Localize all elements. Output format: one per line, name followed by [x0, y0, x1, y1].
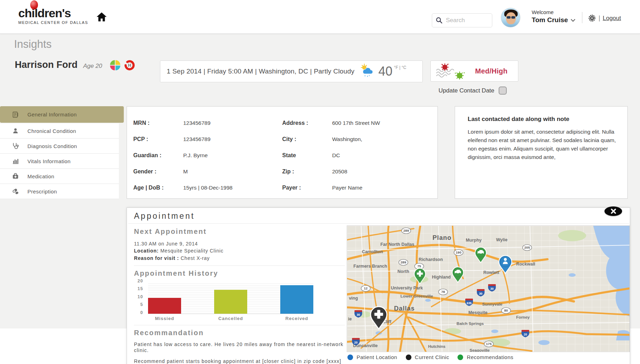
svg-text:12: 12 — [364, 286, 368, 290]
h-ring-icon[interactable]: H — [124, 60, 135, 71]
sidebar-item-general-information[interactable]: General Information — [0, 106, 124, 123]
map-city-label: Rockwall — [516, 262, 535, 267]
map-city-label: Dallas — [394, 305, 415, 312]
x-tick-label: Cancelled — [214, 316, 247, 321]
sidebar-item-vitals-information[interactable]: Vitals Information — [0, 154, 119, 169]
chart-y-axis: 05101520 — [134, 281, 143, 313]
weather-icon — [359, 63, 374, 79]
appointment-history-chart: 05101520 MissiedCancelledReceived — [134, 282, 338, 321]
y-tick-label: 15 — [137, 286, 143, 291]
field-value: 600 17th Street NW — [332, 120, 380, 126]
settings-gear-icon[interactable] — [588, 14, 596, 24]
note-title: Last contacted date along with note — [468, 116, 617, 123]
sidebar-item-medication[interactable]: Medication — [0, 169, 119, 184]
sidebar-item-prescription[interactable]: Prescription — [0, 184, 119, 199]
sidebar-item-label: Chronical Condition — [27, 128, 76, 134]
y-tick-label: 5 — [140, 302, 143, 307]
welcome-text: Welcome — [532, 9, 575, 15]
field-value: 123456789 — [183, 136, 211, 142]
sidebar-item-chronical-condition[interactable]: Chronical Condition — [0, 123, 119, 139]
bar-received — [280, 285, 313, 314]
info-column-right: Address :600 17th Street NW City :Washin… — [282, 115, 431, 198]
recommendation-heading: Recommandation — [134, 329, 345, 337]
svg-text:20: 20 — [524, 333, 527, 336]
y-tick-label: 0 — [140, 310, 143, 315]
route-shield-icon: 78 — [439, 289, 448, 295]
bottom-left-area — [0, 328, 126, 364]
map-city-label: Mesquite — [468, 310, 487, 315]
legend-current-clinic: Current Clinic — [406, 354, 449, 360]
field-value: M — [183, 168, 188, 175]
field-value: P.J. Byrne — [183, 152, 208, 159]
next-appointment-heading: Next Appointment — [134, 228, 345, 236]
svg-text:H: H — [128, 63, 131, 68]
clinic-map[interactable]: PlanoMurphyWylieFar North DallasCarrollt… — [347, 225, 630, 352]
svg-text:289: 289 — [401, 260, 406, 264]
black-dot-icon — [406, 355, 411, 360]
logo-title: children's — [18, 6, 88, 20]
appointment-title: Appointment — [134, 211, 195, 221]
page-title: Insights — [14, 38, 52, 51]
update-contact-checkbox[interactable] — [499, 87, 507, 95]
appointment-card: Appointment Next Appointment 11.30 AM on… — [127, 207, 630, 364]
update-contact-label: Update Contact Date — [439, 87, 494, 94]
route-shield-icon: 205 — [523, 245, 532, 251]
map-legend: Patient Location Current Clinic Recommen… — [347, 354, 522, 360]
field-value: 20508 — [332, 168, 347, 175]
app-logo[interactable]: children's MEDICAL CENTER OF DALLAS — [18, 6, 88, 25]
avatar[interactable] — [501, 8, 520, 27]
route-shield-icon: 289 — [402, 228, 411, 234]
search-box — [432, 13, 492, 27]
stethoscope-icon — [12, 142, 19, 149]
home-icon[interactable] — [96, 11, 108, 23]
legend-recommendations: Recommendations — [457, 354, 513, 360]
welcome-block: Welcome Tom Cruise — [532, 9, 575, 24]
medkit-icon — [12, 173, 19, 180]
info-column-left: MRN :123456789 PCP :123456789 Guardian :… — [133, 115, 282, 198]
user-name: Tom Cruise — [532, 16, 568, 24]
header-divider — [582, 12, 582, 23]
temperature-units[interactable]: °F | °C — [394, 65, 406, 70]
quadrant-pie-icon[interactable] — [110, 60, 121, 71]
sidebar-item-label: Diagnosis Condition — [27, 143, 77, 149]
map-city-label: Wylie — [496, 237, 507, 242]
map-city-label: North — [397, 269, 409, 274]
y-tick-label: 10 — [137, 294, 143, 299]
map-city-label: Seagoville — [470, 348, 490, 352]
field-label: Payer : — [282, 185, 332, 191]
svg-text:289: 289 — [403, 229, 409, 232]
user-menu[interactable]: Tom Cruise — [532, 16, 575, 24]
sidebar-item-diagnosis-condition[interactable]: Diagnosis Condition — [0, 139, 119, 154]
patient-name: Harrison Ford — [15, 59, 78, 70]
svg-text:30: 30 — [479, 292, 482, 295]
map-svg: PlanoMurphyWylieFar North DallasCarrollt… — [347, 226, 630, 352]
field-value: 15yrs | 08-Dec-1998 — [183, 185, 232, 191]
next-appointment-location: Location: Mesquite Speciality Clinic — [134, 247, 345, 254]
route-shield-icon: 289 — [399, 260, 408, 266]
map-city-label: Carrollton — [362, 249, 383, 254]
map-city-label: ie — [348, 317, 352, 321]
sidebar-nav: General Information Chronical Condition … — [0, 106, 124, 199]
patient-info-card: MRN :123456789 PCP :123456789 Guardian :… — [127, 106, 438, 199]
y-tick-label: 20 — [137, 279, 143, 283]
germ-icon — [435, 63, 469, 79]
map-city-label: Murphy — [466, 238, 481, 243]
svg-text:205: 205 — [524, 245, 530, 249]
x-tick-label: Received — [280, 316, 313, 321]
note-body: Lorem ipsum dolor sit amet, consectetur … — [468, 128, 617, 161]
close-icon[interactable] — [604, 206, 622, 216]
field-label: Gender : — [133, 168, 183, 175]
blue-dot-icon — [347, 355, 353, 360]
map-city-label: Plano — [433, 234, 452, 241]
temperature-value: 40 — [378, 64, 392, 79]
search-input[interactable] — [446, 17, 488, 24]
balloon-icon — [30, 0, 38, 9]
map-city-label: Far North Dallas — [380, 242, 415, 247]
logout-link[interactable]: Logout — [603, 15, 621, 22]
patient-header: Harrison Ford Age 20 H — [15, 59, 135, 71]
risk-indicator[interactable]: Med/High — [430, 60, 518, 82]
field-label: City : — [282, 136, 332, 142]
field-label: Age | DoB : — [133, 185, 183, 191]
divider — [134, 325, 345, 325]
map-city-label: Highland — [432, 275, 450, 280]
